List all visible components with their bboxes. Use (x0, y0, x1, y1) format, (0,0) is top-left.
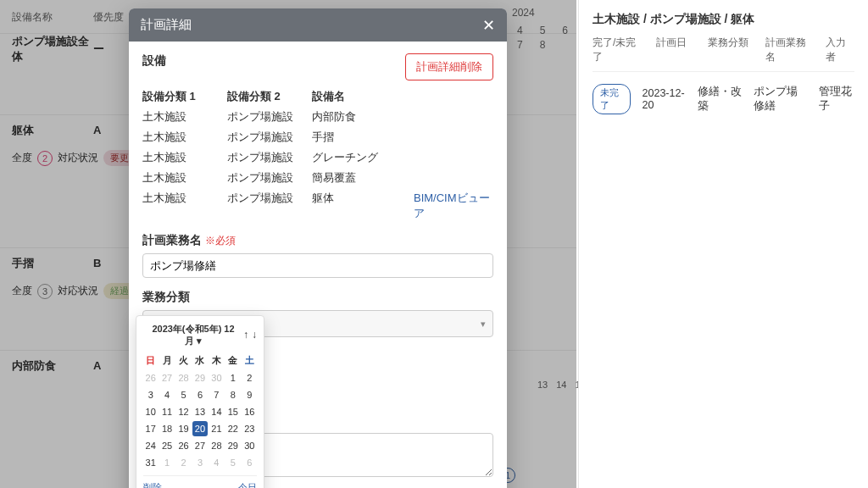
datepicker-title[interactable]: 2023年(令和5年) 12 月 ▾ (143, 323, 243, 347)
datepicker-day[interactable]: 21 (209, 421, 224, 436)
eq-cell: 躯体 (312, 191, 414, 221)
equipment-label: 設備 (142, 53, 166, 69)
datepicker-day[interactable]: 4 (209, 455, 224, 470)
eq-cell: 土木施設 (142, 170, 227, 186)
eq-cell: 土木施設 (142, 130, 227, 145)
datepicker-day[interactable]: 4 (159, 387, 174, 402)
datepicker-day[interactable]: 16 (242, 404, 257, 419)
date-picker-popup: 2023年(令和5年) 12 月 ▾ ↑ ↓ 日月火水木金土2627282930… (136, 315, 264, 488)
detail-breadcrumb: 土木施設 / ポンプ場施設 / 躯体 (593, 12, 854, 27)
datepicker-dow: 金 (225, 352, 240, 369)
datepicker-clear[interactable]: 削除 (143, 481, 162, 488)
datepicker-day[interactable]: 7 (209, 387, 224, 402)
datepicker-day[interactable]: 27 (192, 438, 207, 453)
eq-cell: 手摺 (312, 130, 414, 145)
delete-plan-button[interactable]: 計画詳細削除 (405, 53, 493, 80)
eq-cell: ポンプ場施設 (227, 130, 312, 145)
task-name-input[interactable] (142, 253, 493, 278)
col-done: 完了/未完了 (593, 36, 641, 64)
datepicker-day[interactable]: 3 (192, 455, 207, 470)
datepicker-today[interactable]: 今日 (238, 481, 257, 488)
modal-title: 計画詳細 (141, 17, 192, 33)
bim-cim-viewer-link[interactable]: BIM/CIMビューア (414, 191, 493, 221)
datepicker-day[interactable]: 6 (242, 455, 257, 470)
eq-cell: 内部防食 (312, 109, 414, 125)
task-name-label: 計画業務名 (142, 233, 202, 247)
datepicker-day[interactable]: 9 (242, 387, 257, 402)
datepicker-day[interactable]: 27 (159, 370, 174, 385)
datepicker-day[interactable]: 8 (225, 387, 240, 402)
eq-cell: 土木施設 (142, 109, 227, 125)
datepicker-day[interactable]: 31 (143, 455, 158, 470)
datepicker-dow: 日 (143, 352, 158, 369)
eq-cell: ポンプ場施設 (227, 109, 312, 125)
category-label: 業務分類 (142, 290, 493, 305)
datepicker-day[interactable]: 11 (159, 404, 174, 419)
datepicker-dow: 木 (209, 352, 224, 369)
col-user: 入力者 (826, 36, 854, 64)
datepicker-day[interactable]: 1 (159, 455, 174, 470)
datepicker-day[interactable]: 29 (192, 370, 207, 385)
required-mark: ※必須 (205, 235, 236, 247)
eq-cell: グレーチング (312, 150, 414, 165)
datepicker-day[interactable]: 30 (242, 438, 257, 453)
datepicker-day[interactable]: 23 (242, 421, 257, 436)
eq-cell: ポンプ場施設 (227, 150, 312, 165)
eq-cell: 土木施設 (142, 150, 227, 165)
next-month-icon[interactable]: ↓ (252, 329, 257, 341)
datepicker-day[interactable]: 29 (225, 438, 240, 453)
detail-side-panel: 土木施設 / ポンプ場施設 / 躯体 完了/未完了 計画日 業務分類 計画業務名… (578, 0, 868, 488)
detail-row[interactable]: 未完了 2023-12-20 修繕・改築 ポンプ場修繕 管理花子 (593, 72, 854, 126)
datepicker-day[interactable]: 30 (209, 370, 224, 385)
eq-cell: 簡易覆蓋 (312, 170, 414, 186)
eq-col-3: 設備名 (312, 89, 414, 104)
prev-month-icon[interactable]: ↑ (243, 329, 248, 341)
datepicker-day[interactable]: 6 (192, 387, 207, 402)
datepicker-day[interactable]: 24 (143, 438, 158, 453)
datepicker-day[interactable]: 25 (159, 438, 174, 453)
datepicker-day[interactable]: 3 (143, 387, 158, 402)
datepicker-day[interactable]: 20 (192, 421, 207, 436)
close-icon[interactable]: ✕ (482, 18, 495, 33)
datepicker-day[interactable]: 12 (176, 404, 191, 419)
cell-user: 管理花子 (819, 85, 854, 114)
datepicker-day[interactable]: 26 (176, 438, 191, 453)
datepicker-day[interactable]: 5 (176, 387, 191, 402)
datepicker-title-line2: 月 ▾ (185, 336, 202, 346)
col-task: 計画業務名 (765, 36, 810, 64)
cell-date: 2023-12-20 (643, 87, 686, 111)
datepicker-dow: 火 (176, 352, 191, 369)
datepicker-day[interactable]: 10 (143, 404, 158, 419)
datepicker-day[interactable]: 2 (176, 455, 191, 470)
eq-col-2: 設備分類 2 (227, 89, 312, 104)
datepicker-day[interactable]: 28 (209, 438, 224, 453)
col-date: 計画日 (656, 36, 693, 64)
eq-cell: 土木施設 (142, 191, 227, 221)
eq-cell: ポンプ場施設 (227, 191, 312, 221)
datepicker-day[interactable]: 19 (176, 421, 191, 436)
datepicker-day[interactable]: 26 (143, 370, 158, 385)
chevron-down-icon: ▾ (481, 319, 486, 330)
datepicker-day[interactable]: 18 (159, 421, 174, 436)
datepicker-day[interactable]: 2 (242, 370, 257, 385)
col-category: 業務分類 (708, 36, 749, 64)
datepicker-day[interactable]: 28 (176, 370, 191, 385)
datepicker-day[interactable]: 14 (209, 404, 224, 419)
datepicker-day[interactable]: 17 (143, 421, 158, 436)
datepicker-dow: 月 (159, 352, 174, 369)
datepicker-day[interactable]: 22 (225, 421, 240, 436)
cell-category: 修繕・改築 (698, 85, 742, 114)
eq-cell: ポンプ場施設 (227, 170, 312, 186)
datepicker-title-line1: 2023年(令和5年) 12 (152, 324, 234, 334)
datepicker-dow: 水 (192, 352, 207, 369)
status-chip: 未完了 (593, 84, 631, 114)
datepicker-day[interactable]: 15 (225, 404, 240, 419)
equipment-table: 設備分類 1 設備分類 2 設備名 土木施設 ポンプ場施設 内部防食 土木施設 … (142, 89, 493, 221)
eq-col-1: 設備分類 1 (142, 89, 227, 104)
cell-task: ポンプ場修繕 (754, 85, 807, 114)
datepicker-day[interactable]: 5 (225, 455, 240, 470)
datepicker-dow: 土 (242, 352, 257, 369)
datepicker-day[interactable]: 1 (225, 370, 240, 385)
datepicker-day[interactable]: 13 (192, 404, 207, 419)
